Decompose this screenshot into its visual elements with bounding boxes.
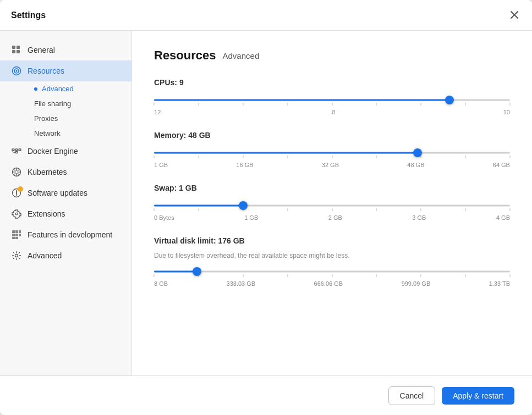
body: General Resources Advanced (0, 31, 532, 375)
sidebar-item-extensions[interactable]: Extensions (0, 203, 131, 224)
cpu-section: CPUs: 9 1 (154, 78, 510, 115)
sidebar-label-resources: Resources (28, 67, 64, 75)
titlebar: Settings (0, 0, 532, 31)
close-button[interactable] (508, 8, 521, 23)
sidebar-label-kubernetes: Kubernetes (28, 168, 67, 176)
subitem-label-advanced: Advanced (42, 85, 74, 93)
sidebar-label-software-updates: Software updates (28, 189, 87, 197)
page-subtitle: Advanced (223, 51, 260, 60)
sidebar-label-docker-engine: Docker Engine (28, 147, 78, 156)
memory-scale: 1 GB 16 GB 32 GB 48 GB 64 GB (154, 162, 510, 168)
vdisk-track (154, 271, 510, 273)
software-updates-icon (11, 187, 22, 198)
sidebar-label-features: Features in development (28, 230, 112, 239)
active-dot (34, 87, 37, 91)
memory-section: Memory: 48 GB 1 GB (154, 131, 510, 168)
sidebar-item-features[interactable]: Features in development (0, 224, 131, 245)
svg-rect-18 (19, 230, 21, 233)
svg-rect-22 (12, 237, 15, 239)
resources-icon (11, 65, 22, 76)
subitem-label-network: Network (34, 129, 61, 137)
window-title: Settings (11, 10, 46, 20)
memory-thumb[interactable] (413, 148, 422, 157)
sidebar: General Resources Advanced (0, 31, 132, 375)
svg-rect-4 (12, 50, 15, 53)
vdisk-label: Virtual disk limit: 176 GB (154, 236, 510, 245)
svg-rect-12 (19, 149, 21, 151)
memory-slider[interactable] (154, 146, 510, 159)
sidebar-label-extensions: Extensions (28, 209, 65, 218)
kubernetes-icon (11, 167, 22, 178)
svg-rect-19 (12, 234, 15, 236)
svg-rect-10 (15, 149, 18, 151)
vdisk-note: Due to filesystem overhead, the real ava… (154, 252, 510, 259)
swap-thumb[interactable] (239, 201, 248, 210)
vdisk-fill (154, 271, 197, 273)
svg-rect-5 (17, 50, 20, 53)
subitem-label-filesharing: File sharing (34, 99, 71, 108)
settings-window: Settings General (0, 0, 532, 415)
footer: Cancel Apply & restart (0, 375, 532, 415)
sidebar-subitem-proxies[interactable]: Proxies (28, 111, 131, 126)
memory-fill (154, 152, 418, 154)
advanced-main-icon (11, 250, 22, 261)
svg-rect-17 (15, 230, 18, 233)
page-title: Resources (154, 48, 216, 63)
extensions-icon (11, 208, 22, 219)
subitem-label-proxies: Proxies (34, 114, 58, 123)
sidebar-item-advanced-main[interactable]: Advanced (0, 245, 131, 266)
notification-dot (18, 186, 23, 192)
vdisk-slider[interactable] (154, 265, 510, 278)
docker-engine-icon (11, 146, 22, 157)
page-header: Resources Advanced (154, 48, 510, 63)
vdisk-section: Virtual disk limit: 176 GB Due to filesy… (154, 236, 510, 287)
main-content: Resources Advanced CPUs: 9 (132, 31, 532, 375)
sidebar-subitem-advanced[interactable]: Advanced (28, 81, 131, 96)
sidebar-item-docker-engine[interactable]: Docker Engine (0, 141, 131, 162)
swap-section: Swap: 1 GB 0 Bytes (154, 184, 510, 221)
sidebar-item-software-updates[interactable]: Software updates (0, 182, 131, 203)
apply-restart-button[interactable]: Apply & restart (442, 387, 514, 405)
sidebar-subitem-network[interactable]: Network (28, 126, 131, 141)
swap-slider[interactable] (154, 199, 510, 212)
sidebar-label-advanced-main: Advanced (28, 251, 62, 260)
sidebar-subitems: Advanced File sharing Proxies Network (0, 81, 131, 141)
cpu-slider[interactable] (154, 93, 510, 107)
swap-label: Swap: 1 GB (154, 184, 510, 192)
svg-rect-2 (12, 46, 15, 49)
features-icon (11, 229, 22, 240)
svg-rect-16 (12, 230, 15, 233)
swap-scale: 0 Bytes 1 GB 2 GB 3 GB 4 GB (154, 214, 510, 221)
svg-point-24 (15, 254, 18, 257)
cpu-thumb[interactable] (445, 96, 454, 104)
sidebar-subitem-filesharing[interactable]: File sharing (28, 96, 131, 111)
svg-rect-20 (15, 234, 18, 236)
cpu-scale: 1 2 4 8 10 (154, 109, 510, 115)
vdisk-scale: 8 GB 333.03 GB 666.06 GB 999.09 GB 1.33 … (154, 280, 510, 287)
cpu-label: CPUs: 9 (154, 78, 510, 87)
sidebar-item-kubernetes[interactable]: Kubernetes (0, 162, 131, 182)
svg-rect-23 (15, 237, 18, 239)
cancel-button[interactable]: Cancel (388, 386, 436, 405)
svg-point-15 (15, 213, 18, 215)
svg-point-8 (16, 70, 18, 72)
vdisk-thumb[interactable] (193, 267, 201, 276)
sidebar-label-general: General (28, 46, 55, 54)
swap-fill (154, 205, 243, 207)
general-icon (11, 45, 22, 56)
sidebar-item-resources[interactable]: Resources (0, 60, 131, 81)
svg-rect-9 (12, 149, 14, 151)
memory-label: Memory: 48 GB (154, 131, 510, 140)
svg-rect-3 (17, 46, 20, 49)
sidebar-item-general[interactable]: General (0, 40, 131, 60)
cpu-fill (154, 99, 449, 101)
svg-rect-21 (19, 234, 21, 236)
